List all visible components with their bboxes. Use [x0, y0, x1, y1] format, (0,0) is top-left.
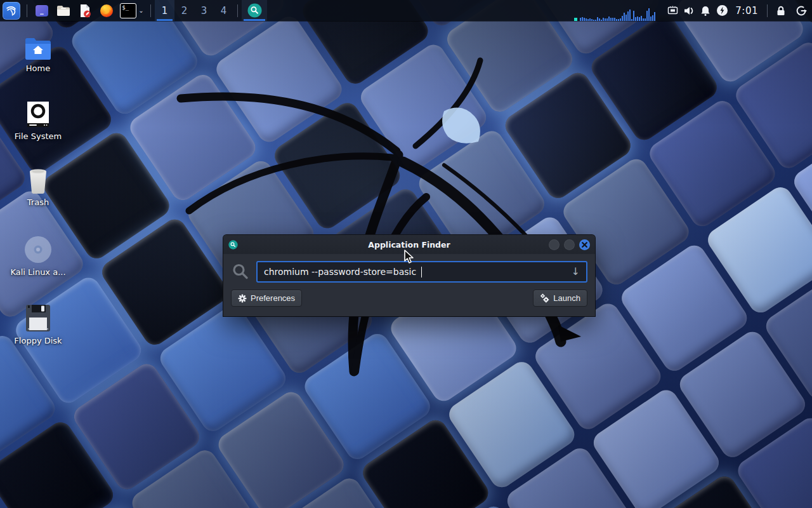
cpu-bar — [635, 17, 636, 21]
text-caret — [421, 267, 422, 277]
trash-icon — [25, 166, 51, 194]
desktop-icon-label: File System — [15, 131, 62, 141]
workspace-button-4[interactable]: 4 — [214, 0, 233, 21]
cpu-bar — [627, 11, 629, 21]
volume-icon[interactable] — [681, 0, 697, 21]
command-text: chromium --password-store=basic — [264, 267, 419, 277]
command-input[interactable]: chromium --password-store=basic ↓ — [256, 261, 587, 283]
panel-separator — [27, 4, 27, 17]
cpu-bar — [648, 8, 650, 21]
cpu-bar — [606, 18, 608, 21]
run-gears-icon — [540, 293, 549, 303]
cpu-bar — [652, 15, 653, 21]
desktop-icon-trash[interactable]: Trash — [8, 166, 69, 207]
cpu-graph[interactable] — [574, 6, 658, 21]
panel-separator — [237, 4, 238, 17]
close-button[interactable] — [579, 239, 590, 250]
lock-icon[interactable] — [771, 0, 790, 21]
workspace-label: 4 — [221, 5, 227, 17]
cpu-bar — [597, 17, 598, 21]
workspace-button-2[interactable]: 2 — [174, 0, 194, 21]
cpu-bar — [645, 18, 646, 21]
cpu-bar — [616, 19, 617, 21]
cpu-bar — [654, 12, 655, 21]
active-window-indicator — [244, 19, 265, 21]
cpu-bar — [622, 16, 623, 21]
launcher-file-manager[interactable] — [53, 0, 74, 21]
home-folder-icon — [25, 36, 51, 60]
chevron-down-icon: ⌄ — [138, 7, 143, 14]
disc-icon — [23, 235, 53, 264]
desktop-icon-home[interactable]: Home — [8, 36, 69, 73]
network-icon[interactable] — [664, 0, 681, 21]
window-icon — [34, 3, 49, 18]
clock[interactable]: 7:01 — [730, 5, 763, 17]
folder-icon — [56, 3, 71, 18]
cpu-bar — [639, 17, 640, 21]
desktop-icon-floppy-disk[interactable]: Floppy Disk — [8, 304, 69, 345]
desktop-icon-file-system[interactable]: File System — [8, 100, 69, 141]
desktop-icon-label: Trash — [27, 197, 49, 207]
cpu-bar — [631, 19, 632, 21]
cpu-bar — [599, 18, 600, 21]
launcher-firefox[interactable] — [96, 0, 117, 21]
taskbar-application-finder[interactable] — [242, 0, 267, 21]
cpu-bar — [610, 18, 612, 21]
launch-button[interactable]: Launch — [533, 290, 587, 307]
firefox-icon — [99, 3, 114, 18]
launcher-show-desktop[interactable] — [31, 0, 53, 21]
cpu-bar — [641, 16, 642, 21]
desktop-icon-label: Floppy Disk — [14, 336, 62, 345]
dropdown-arrow-icon[interactable]: ↓ — [572, 267, 580, 277]
cpu-bar — [591, 19, 593, 21]
preferences-label: Preferences — [251, 293, 295, 303]
drive-icon — [25, 100, 51, 128]
power-manager-icon[interactable] — [714, 0, 730, 21]
workspace-label: 3 — [201, 5, 207, 17]
launch-label: Launch — [553, 293, 580, 303]
minimize-button[interactable] — [549, 239, 560, 250]
desktop-screen: $_ ⌄ 1 2 3 4 — [0, 0, 812, 508]
cpu-bar — [605, 18, 606, 21]
workspace-button-3[interactable]: 3 — [194, 0, 214, 21]
window-title: Application Finder — [223, 240, 595, 250]
active-workspace-indicator — [157, 19, 173, 21]
cpu-bar — [601, 20, 602, 21]
cpu-bar — [643, 18, 644, 21]
cpu-bar — [586, 18, 587, 21]
cpu-led — [574, 18, 577, 21]
cpu-bar — [612, 18, 613, 21]
workspace-label: 2 — [181, 5, 188, 17]
desktop-icon-kali-linux[interactable]: Kali Linux a... — [8, 235, 69, 277]
cpu-bar — [608, 17, 610, 21]
notifications-icon[interactable] — [697, 0, 714, 21]
launcher-text-editor[interactable] — [74, 0, 96, 21]
kali-menu-icon — [3, 2, 20, 20]
workspace-button-1[interactable]: 1 — [155, 0, 174, 21]
terminal-icon: $_ — [120, 3, 136, 18]
maximize-button[interactable] — [564, 239, 575, 250]
cpu-bar — [633, 11, 634, 21]
launcher-terminal[interactable]: $_ ⌄ — [117, 0, 147, 21]
desktop-icon-label: Kali Linux a... — [10, 267, 65, 277]
cpu-bar — [584, 18, 585, 21]
cpu-bar — [587, 19, 589, 21]
preferences-button[interactable]: Preferences — [231, 290, 302, 307]
cpu-bar — [603, 18, 604, 21]
cpu-bar — [625, 15, 627, 21]
app-finder-icon — [247, 3, 262, 18]
cpu-bar — [618, 19, 619, 21]
cpu-bar — [589, 18, 591, 21]
cpu-bar — [582, 17, 583, 21]
top-panel: $_ ⌄ 1 2 3 4 — [0, 0, 812, 21]
desktop-icon-label: Home — [26, 64, 50, 73]
applications-menu-button[interactable] — [0, 0, 23, 21]
cpu-bar — [637, 17, 638, 21]
cpu-bar — [580, 18, 581, 21]
cpu-bar — [614, 18, 615, 21]
application-finder-window: Application Finder chromium --password- — [223, 235, 595, 316]
cpu-bar — [620, 18, 621, 21]
workspace-label: 1 — [162, 5, 168, 17]
mouse-cursor — [403, 250, 415, 265]
logout-icon[interactable] — [790, 0, 812, 21]
